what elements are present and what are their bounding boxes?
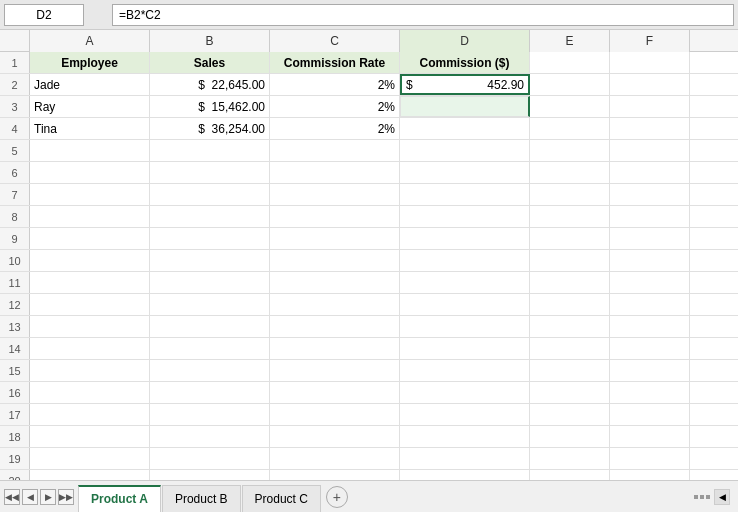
cell-c5[interactable] [270, 140, 400, 161]
col-header-f[interactable]: F [610, 30, 690, 52]
row-number: 2 [0, 74, 30, 95]
scroll-dot [706, 495, 710, 499]
table-row: 16 [0, 382, 738, 404]
cell-c1[interactable]: Commission Rate [270, 52, 400, 73]
table-row: 10 [0, 250, 738, 272]
cell-e1[interactable] [530, 52, 610, 73]
formula-input[interactable] [112, 4, 734, 26]
row-number: 5 [0, 140, 30, 161]
table-row: 5 [0, 140, 738, 162]
table-row: 17 [0, 404, 738, 426]
cell-d2[interactable]: $ 452.90 [400, 74, 530, 95]
cell-a2[interactable]: Jade [30, 74, 150, 95]
cell-f3[interactable] [610, 96, 690, 117]
rows-wrapper: 1 Employee Sales Commission Rate Commiss… [0, 52, 738, 480]
table-row: 6 [0, 162, 738, 184]
table-row: 15 [0, 360, 738, 382]
row-number: 18 [0, 426, 30, 447]
cell-a5[interactable] [30, 140, 150, 161]
cell-c2[interactable]: 2% [270, 74, 400, 95]
col-header-d[interactable]: D [400, 30, 530, 52]
row-number: 3 [0, 96, 30, 117]
col-header-b[interactable]: B [150, 30, 270, 52]
cell-f2[interactable] [610, 74, 690, 95]
tab-product-a[interactable]: Product A [78, 485, 161, 513]
column-headers: A B C D E F [0, 30, 738, 52]
nav-first-tab[interactable]: ◀◀ [4, 489, 20, 505]
row-number: 1 [0, 52, 30, 73]
cell-f5[interactable] [610, 140, 690, 161]
table-row: 3 Ray $ 15,462.00 2% [0, 96, 738, 118]
scroll-left-button[interactable]: ◀ [714, 489, 730, 505]
cell-f4[interactable] [610, 118, 690, 139]
scroll-dot [700, 495, 704, 499]
cell-d5[interactable] [400, 140, 530, 161]
cell-e4[interactable] [530, 118, 610, 139]
row-number: 12 [0, 294, 30, 315]
table-row: 2 Jade $ 22,645.00 2% $ 452.90 [0, 74, 738, 96]
table-row: 8 [0, 206, 738, 228]
spreadsheet: 1 Employee Sales Commission Rate Commiss… [0, 52, 738, 480]
nav-prev-tab[interactable]: ◀ [22, 489, 38, 505]
bottom-area: ◀◀ ◀ ▶ ▶▶ Product A Product B Product C … [0, 480, 738, 512]
scroll-indicator [694, 495, 710, 499]
bottom-right-area: ◀ [348, 489, 738, 505]
table-row: 14 [0, 338, 738, 360]
add-sheet-button[interactable]: + [326, 486, 348, 508]
row-number: 10 [0, 250, 30, 271]
cell-f1[interactable] [610, 52, 690, 73]
currency-symbol: $ [406, 78, 413, 92]
table-row: 13 [0, 316, 738, 338]
row-number: 7 [0, 184, 30, 205]
cell-value: 452.90 [415, 78, 524, 92]
nav-last-tab[interactable]: ▶▶ [58, 489, 74, 505]
row-number: 14 [0, 338, 30, 359]
cell-c3[interactable]: 2% [270, 96, 400, 117]
cell-e3[interactable] [530, 96, 610, 117]
formula-bar-area [0, 0, 738, 30]
row-number: 15 [0, 360, 30, 381]
cell-b1[interactable]: Sales [150, 52, 270, 73]
row-number: 8 [0, 206, 30, 227]
row-number: 4 [0, 118, 30, 139]
name-box[interactable] [4, 4, 84, 26]
table-row: 9 [0, 228, 738, 250]
cell-a3[interactable]: Ray [30, 96, 150, 117]
col-header-c[interactable]: C [270, 30, 400, 52]
table-row: 19 [0, 448, 738, 470]
row-number: 19 [0, 448, 30, 469]
tab-product-c[interactable]: Product C [242, 485, 321, 513]
cell-a1[interactable]: Employee [30, 52, 150, 73]
cell-d1[interactable]: Commission ($) [400, 52, 530, 73]
table-row: 18 [0, 426, 738, 448]
table-row: 11 [0, 272, 738, 294]
row-number: 16 [0, 382, 30, 403]
sheet-area: 1 Employee Sales Commission Rate Commiss… [0, 52, 738, 480]
cell-d4[interactable] [400, 118, 530, 139]
row-header-spacer [0, 30, 30, 51]
row-number: 6 [0, 162, 30, 183]
row-number: 20 [0, 470, 30, 480]
cell-b2[interactable]: $ 22,645.00 [150, 74, 270, 95]
cell-e5[interactable] [530, 140, 610, 161]
table-row: 1 Employee Sales Commission Rate Commiss… [0, 52, 738, 74]
sheet-navigation: ◀◀ ◀ ▶ ▶▶ [0, 489, 78, 505]
table-row: 7 [0, 184, 738, 206]
row-number: 17 [0, 404, 30, 425]
col-header-a[interactable]: A [30, 30, 150, 52]
table-row: 20 [0, 470, 738, 480]
cell-c4[interactable]: 2% [270, 118, 400, 139]
cell-b5[interactable] [150, 140, 270, 161]
col-header-e[interactable]: E [530, 30, 610, 52]
row-number: 11 [0, 272, 30, 293]
scroll-dot [694, 495, 698, 499]
cell-b4[interactable]: $ 36,254.00 [150, 118, 270, 139]
cell-a4[interactable]: Tina [30, 118, 150, 139]
nav-next-tab[interactable]: ▶ [40, 489, 56, 505]
cell-d3[interactable] [400, 96, 530, 117]
cell-b3[interactable]: $ 15,462.00 [150, 96, 270, 117]
table-row: 4 Tina $ 36,254.00 2% [0, 118, 738, 140]
cell-e2[interactable] [530, 74, 610, 95]
tab-product-b[interactable]: Product B [162, 485, 241, 513]
row-number: 9 [0, 228, 30, 249]
